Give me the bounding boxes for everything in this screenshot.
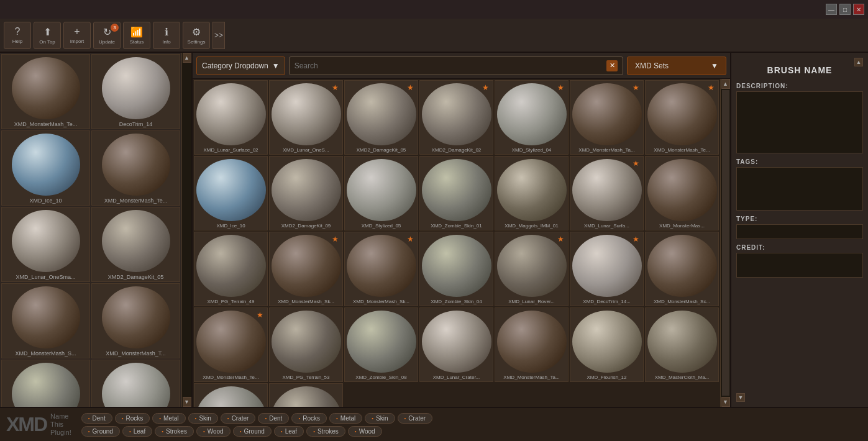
center-brush-item[interactable]: ★XMD2_DamageKit_05 bbox=[344, 80, 418, 155]
center-brush-item[interactable]: XMD_PG_Terrain_52 bbox=[269, 383, 343, 407]
left-brush-item[interactable]: XMD_Stylized_04 bbox=[91, 360, 180, 407]
center-brush-item[interactable]: XMD_PG_Terrain_53 bbox=[269, 307, 343, 382]
tag-pill[interactable]: Rocks bbox=[291, 413, 327, 424]
minimize-button[interactable]: — bbox=[826, 4, 837, 15]
tag-pill[interactable]: Leaf bbox=[122, 426, 152, 437]
center-brush-item[interactable]: ★XMD_MonsterMash_Sk... bbox=[269, 232, 343, 306]
brush-label: XMD_Lunar_Surfa... bbox=[572, 223, 642, 229]
center-brush-item[interactable]: ★XMD_Lunar_OneS... bbox=[269, 80, 343, 155]
left-brush-item[interactable]: XMD_MonsterMash_Te... bbox=[91, 130, 180, 206]
help-button[interactable]: ? Help bbox=[4, 22, 31, 49]
center-brush-item[interactable]: XMD_Stylized_05 bbox=[344, 156, 418, 230]
center-brush-item[interactable]: XMD_MonsterMas... bbox=[645, 156, 719, 230]
brush-thumbnail bbox=[422, 159, 491, 221]
brush-label: XMD_MonsterMash_Ta... bbox=[496, 375, 567, 380]
brush-thumbnail bbox=[422, 83, 491, 145]
brush-thumbnail bbox=[347, 235, 416, 297]
search-input[interactable] bbox=[295, 61, 604, 70]
tag-pill[interactable]: Wood bbox=[196, 426, 231, 437]
center-scroll-thumb[interactable] bbox=[722, 90, 729, 396]
center-brush-item[interactable]: XMD_Flourish_12 bbox=[570, 307, 644, 382]
left-brush-item[interactable]: XMD2_DamageKit_05 bbox=[91, 207, 180, 282]
center-brush-item[interactable]: XMD_MonsterMash_Sc... bbox=[645, 232, 719, 306]
maximize-button[interactable]: □ bbox=[839, 4, 851, 15]
search-clear-button[interactable]: ✕ bbox=[606, 60, 618, 71]
center-brush-item[interactable]: XMD_Ice_10 bbox=[194, 156, 268, 230]
tag-pill[interactable]: Dent bbox=[258, 413, 289, 424]
status-label: Status bbox=[130, 39, 144, 45]
tag-pill[interactable]: Ground bbox=[233, 426, 272, 437]
brush-label: XMD_MonsterMash_T... bbox=[93, 350, 178, 357]
category-dropdown-label: Category Dropdown bbox=[202, 61, 268, 70]
tag-pill[interactable]: Crater bbox=[398, 413, 433, 424]
tag-pill[interactable]: Rocks bbox=[115, 413, 150, 424]
center-brush-item[interactable]: XMD_Lunar_Crater... bbox=[419, 307, 493, 382]
info-icon: ℹ bbox=[165, 26, 168, 38]
center-brush-item[interactable]: XMD_Zombie_Skin_01 bbox=[419, 156, 493, 230]
center-brush-item[interactable]: XMD2_DamageKit_09 bbox=[269, 156, 343, 230]
search-box: ✕ bbox=[289, 57, 623, 75]
tag-pill[interactable]: Dent bbox=[81, 413, 112, 424]
center-brush-item[interactable]: ★XMD_MonsterMash_Te... bbox=[645, 80, 719, 155]
brush-label: XMD_Stylized_05 bbox=[346, 223, 416, 229]
tag-pill[interactable]: Leaf bbox=[274, 426, 304, 437]
settings-button[interactable]: ⚙ Settings bbox=[183, 22, 210, 49]
right-scroll-down[interactable]: ▼ bbox=[736, 393, 745, 402]
tag-pill[interactable]: Metal bbox=[329, 413, 362, 424]
tag-pill[interactable]: Metal bbox=[152, 413, 185, 424]
info-button[interactable]: ℹ Info bbox=[153, 22, 180, 49]
center-brush-item[interactable]: XMD_Zombie_Skin_08 bbox=[344, 307, 418, 382]
brush-thumbnail bbox=[422, 311, 491, 373]
center-brush-item[interactable]: XMD_PG_Terrain_49 bbox=[194, 232, 268, 306]
left-brush-item[interactable]: XMD_Zombie_Skin_04 bbox=[1, 360, 90, 407]
left-brush-item[interactable]: XMD_MonsterMash_Te... bbox=[1, 54, 90, 129]
brush-label: XMD2_DamageKit_02 bbox=[421, 147, 491, 153]
center-brush-item[interactable]: XMD_Lunar_Surface_02 bbox=[194, 80, 268, 155]
left-scroll-down[interactable]: ▼ bbox=[183, 397, 191, 407]
description-field bbox=[736, 91, 863, 153]
center-brush-item[interactable]: ★XMD_DecoTrim_14... bbox=[570, 232, 644, 306]
update-button[interactable]: ↻ Update 3 bbox=[93, 22, 121, 49]
left-brush-item[interactable]: XMD_Lunar_OneSma... bbox=[1, 207, 90, 282]
center-brush-item[interactable]: ★XMD_Lunar_Surfa... bbox=[570, 156, 644, 230]
center-brush-item[interactable]: ★XMD_Stylized_04 bbox=[495, 80, 569, 155]
close-button[interactable]: ✕ bbox=[853, 4, 864, 15]
center-brush-item[interactable]: ★XMD_MonsterMash_Sk... bbox=[344, 232, 418, 306]
help-icon: ? bbox=[15, 26, 21, 37]
brush-label: XMD_Ice_10 bbox=[196, 223, 266, 229]
center-brush-item[interactable]: ★XMD_MonsterMash_Ta... bbox=[570, 80, 644, 155]
center-scroll-up[interactable]: ▲ bbox=[721, 79, 730, 89]
status-button[interactable]: 📶 Status bbox=[123, 22, 150, 49]
tag-pill[interactable]: Crater bbox=[221, 413, 256, 424]
center-brush-item[interactable]: XMD_MasterCloth_Ma... bbox=[645, 307, 719, 382]
left-brush-item[interactable]: XMD_MonsterMash_S... bbox=[1, 283, 90, 358]
center-scroll-down[interactable]: ▼ bbox=[721, 397, 730, 407]
import-button[interactable]: + Import bbox=[63, 22, 91, 49]
toolbar-more-button[interactable]: >> bbox=[212, 22, 225, 49]
center-brush-item[interactable]: ★XMD2_DamageKit_02 bbox=[419, 80, 493, 155]
center-brush-item[interactable]: XMD_HardSurface_Ed... bbox=[194, 383, 268, 407]
xmd-sets-button[interactable]: XMD Sets ▼ bbox=[627, 57, 726, 75]
tag-pill[interactable]: Skin bbox=[188, 413, 218, 424]
left-brush-item[interactable]: XMD_Ice_10 bbox=[1, 130, 90, 206]
right-scroll-up[interactable]: ▲ bbox=[854, 58, 863, 66]
tag-pill[interactable]: Strokes bbox=[306, 426, 345, 437]
tag-pill[interactable]: Strokes bbox=[155, 426, 194, 437]
center-brush-item[interactable]: XMD_MonsterMash_Ta... bbox=[495, 307, 569, 382]
center-brush-item[interactable]: XMD_Zombie_Skin_04 bbox=[419, 232, 493, 306]
star-badge: ★ bbox=[482, 83, 489, 92]
center-brush-item[interactable]: ★XMD_MonsterMash_Te... bbox=[194, 307, 268, 382]
tag-pill[interactable]: Wood bbox=[348, 426, 382, 437]
left-brush-item[interactable]: DecoTrim_14 bbox=[91, 54, 180, 129]
left-brush-item[interactable]: XMD_MonsterMash_T... bbox=[91, 283, 180, 358]
ontop-button[interactable]: ⬆ On Top bbox=[34, 22, 61, 49]
category-dropdown[interactable]: Category Dropdown ▼ bbox=[196, 57, 285, 75]
center-brush-item[interactable]: XMD_Maggots_IMM_01 bbox=[495, 156, 569, 230]
center-brush-item[interactable]: ★XMD_Lunar_Rover... bbox=[495, 232, 569, 306]
tag-pill[interactable]: Ground bbox=[81, 426, 120, 437]
xmd-sets-arrow: ▼ bbox=[711, 61, 718, 70]
tag-pill[interactable]: Skin bbox=[365, 413, 395, 424]
left-scroll-up[interactable]: ▲ bbox=[183, 53, 191, 63]
brush-label: XMD_MonsterMas... bbox=[647, 223, 717, 229]
brush-label: XMD_MonsterMash_Ta... bbox=[572, 147, 642, 153]
